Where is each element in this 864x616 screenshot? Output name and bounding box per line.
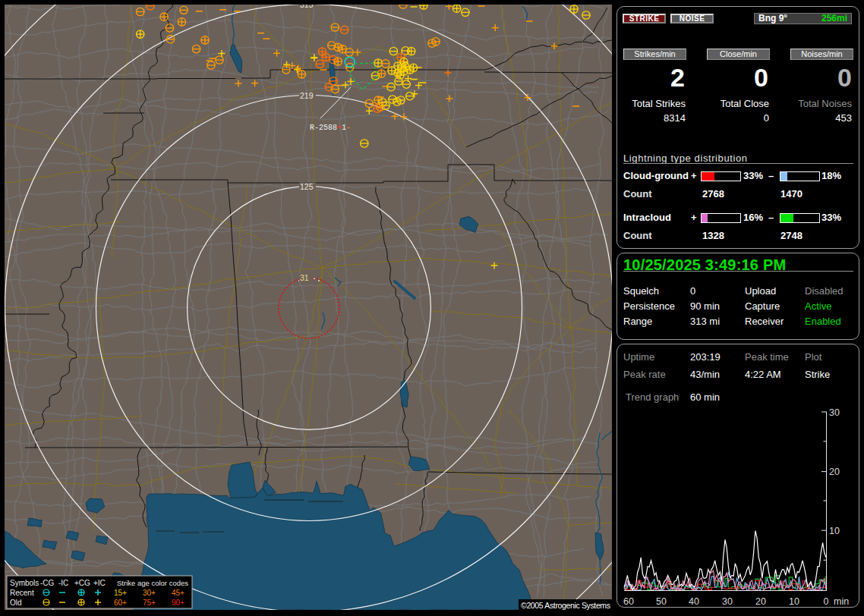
svg-text:Old: Old — [10, 599, 22, 607]
svg-text:90+: 90+ — [172, 599, 184, 607]
svg-text:Symbols: Symbols — [10, 579, 39, 587]
svg-text:R-2588+1-: R-2588+1- — [310, 124, 351, 132]
svg-text:31: 31 — [300, 273, 309, 282]
svg-text:60+: 60+ — [114, 599, 127, 607]
svg-text:75+: 75+ — [143, 599, 156, 607]
svg-text:©2005 Astrogenic Systems: ©2005 Astrogenic Systems — [521, 601, 610, 610]
svg-text:313: 313 — [300, 5, 314, 9]
svg-text:-IC: -IC — [58, 579, 68, 587]
svg-text:125: 125 — [300, 182, 314, 191]
svg-text:Recent: Recent — [10, 589, 34, 597]
svg-text:+CG: +CG — [74, 579, 90, 587]
svg-text:+IC: +IC — [93, 579, 106, 587]
svg-text:15+: 15+ — [114, 589, 127, 597]
svg-text:Strike age color codes: Strike age color codes — [117, 579, 188, 587]
svg-text:45+: 45+ — [172, 589, 184, 597]
svg-text:-CG: -CG — [40, 579, 55, 587]
svg-text:219: 219 — [300, 91, 314, 100]
svg-text:30+: 30+ — [143, 589, 156, 597]
